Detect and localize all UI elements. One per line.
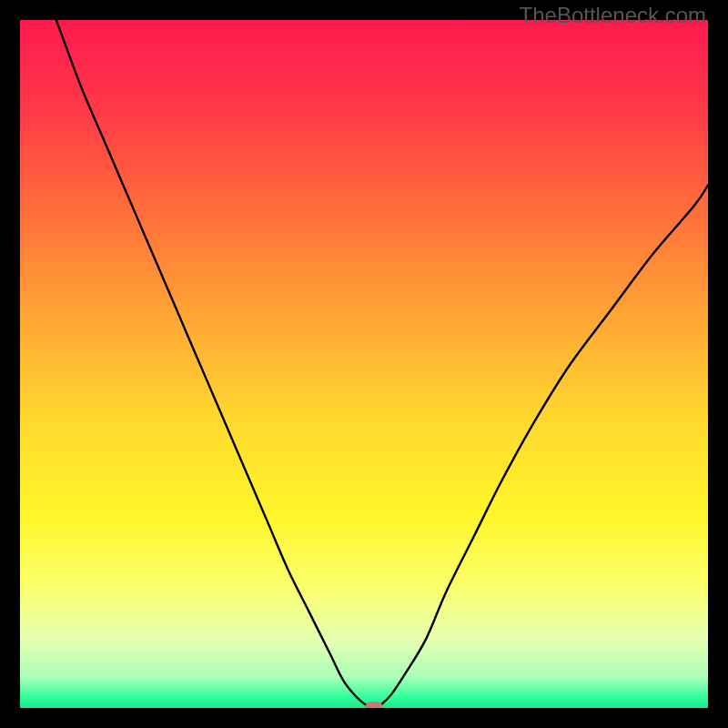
plot-area: [20, 20, 708, 708]
chart-frame: TheBottleneck.com: [0, 0, 728, 728]
optimal-point-marker: [365, 702, 383, 708]
watermark-text: TheBottleneck.com: [520, 3, 706, 28]
bottleneck-curve: [20, 20, 708, 708]
